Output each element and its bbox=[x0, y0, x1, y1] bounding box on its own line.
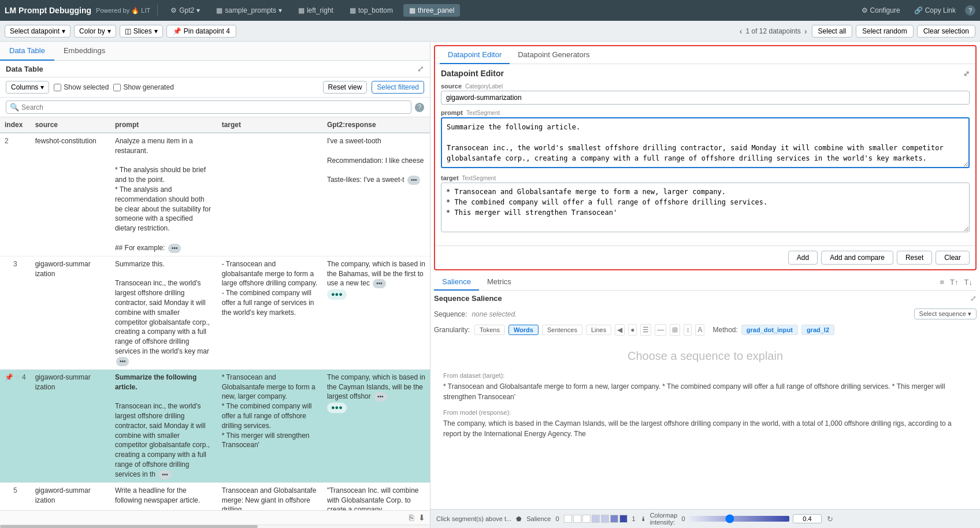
salience-icon: ⬟ bbox=[516, 515, 522, 523]
target-textarea[interactable]: * Transocean and Globalsantafe merge to … bbox=[441, 183, 970, 232]
model-icon: ⚙ bbox=[170, 6, 177, 14]
search-icon: 🔍 bbox=[10, 103, 19, 111]
prev-datapoint-button[interactable]: ‹ bbox=[738, 27, 744, 36]
cell-source: gigaword-summar ization bbox=[31, 369, 110, 482]
download-icon[interactable]: ⬇ bbox=[418, 513, 425, 522]
gran-decrease-icon[interactable]: ◀ bbox=[615, 324, 625, 336]
colormap-intensity-input[interactable] bbox=[793, 514, 822, 523]
select-filtered-button[interactable]: Select filtered bbox=[372, 81, 424, 94]
field-prompt-label: prompt TextSegment bbox=[441, 109, 970, 116]
font-increase-icon[interactable]: T↑ bbox=[948, 277, 960, 288]
equals-icon[interactable]: ≡ bbox=[938, 277, 946, 288]
method-grad-dot-button[interactable]: grad_dot_input bbox=[741, 325, 798, 335]
search-input[interactable] bbox=[21, 103, 407, 111]
copy-icon[interactable]: ⎘ bbox=[409, 513, 414, 522]
cell-target bbox=[217, 133, 322, 256]
nav-tab-left-right[interactable]: ▦ left_right bbox=[292, 4, 339, 17]
from-dataset-text[interactable]: * Transocean and Globalsantafe merge to … bbox=[443, 381, 967, 402]
font-decrease-icon[interactable]: T↓ bbox=[963, 277, 974, 288]
table-row[interactable]: 2 fewshot-constitution Analyze a menu it… bbox=[0, 133, 430, 256]
show-selected-checkbox[interactable]: Show selected bbox=[54, 83, 109, 91]
add-compare-button[interactable]: Add and compare bbox=[821, 251, 893, 265]
reset-button[interactable]: Reset bbox=[897, 251, 932, 265]
method-grad-l2-button[interactable]: grad_l2 bbox=[801, 325, 834, 335]
tab-datapoint-generators[interactable]: Datapoint Generators bbox=[510, 46, 597, 64]
nav-tab-sample-prompts[interactable]: ▦ sample_prompts ▾ bbox=[210, 4, 288, 17]
tab-embeddings[interactable]: Embeddings bbox=[54, 42, 114, 61]
select-all-button[interactable]: Select all bbox=[812, 25, 853, 38]
configure-button[interactable]: ⚙ Configure bbox=[857, 5, 905, 16]
gran-words-button[interactable]: Words bbox=[508, 325, 539, 335]
clear-selection-button[interactable]: Clear selection bbox=[917, 25, 975, 38]
field-target-label: target TextSegment bbox=[441, 174, 970, 181]
overflow-chip[interactable]: ••• bbox=[158, 470, 172, 479]
overflow-chip[interactable]: ••• bbox=[373, 279, 386, 288]
source-input[interactable] bbox=[441, 91, 970, 105]
field-prompt: prompt TextSegment Summarize the followi… bbox=[441, 109, 970, 170]
show-generated-checkbox[interactable]: Show generated bbox=[113, 83, 173, 91]
tab-data-table[interactable]: Data Table bbox=[0, 42, 54, 61]
tab-salience[interactable]: Salience bbox=[434, 274, 479, 291]
search-help-icon[interactable]: ? bbox=[415, 103, 424, 112]
overflow-chip[interactable]: ••• bbox=[168, 244, 181, 253]
select-datapoint-dropdown[interactable]: Select datapoint ▾ bbox=[5, 25, 70, 38]
select-sequence-button[interactable]: Select sequence ▾ bbox=[914, 308, 977, 319]
overflow-chip[interactable]: ••• bbox=[407, 176, 421, 185]
copy-link-button[interactable]: 🔗 Copy Link bbox=[910, 5, 960, 16]
overflow-chip[interactable]: ••• bbox=[374, 392, 387, 401]
minus-icon[interactable]: — bbox=[655, 324, 666, 336]
tab-datapoint-editor[interactable]: Datapoint Editor bbox=[440, 46, 510, 64]
score-box-1 bbox=[564, 515, 572, 523]
show-generated-input[interactable] bbox=[113, 84, 121, 91]
table-row[interactable]: 5 gigaword-summar ization Write a headli… bbox=[0, 482, 430, 510]
slices-dropdown[interactable]: ◫ Slices ▾ bbox=[120, 25, 163, 38]
left-panel: Data Table Embeddings Data Table ⤢ Colum… bbox=[0, 42, 430, 528]
overflow-chip[interactable]: ••• bbox=[116, 357, 129, 366]
response-chip: ●●● bbox=[327, 403, 347, 412]
sequence-label: Sequence: bbox=[434, 310, 467, 318]
nav-tab-three-panel[interactable]: ▦ three_panel bbox=[403, 4, 460, 17]
add-button[interactable]: Add bbox=[788, 251, 818, 265]
col-header-index: index bbox=[0, 117, 31, 133]
list-icon[interactable]: ☰ bbox=[640, 324, 651, 336]
expand-icon[interactable]: ⤢ bbox=[970, 294, 977, 303]
tab-metrics[interactable]: Metrics bbox=[479, 274, 519, 291]
col-header-source: source bbox=[31, 117, 110, 133]
gran-sentences-button[interactable]: Sentences bbox=[542, 325, 582, 335]
align-icon[interactable]: ↕ bbox=[684, 324, 692, 336]
gran-increase-icon[interactable]: ● bbox=[628, 324, 637, 336]
nav-tab-gpt2[interactable]: ⚙ Gpt2 ▾ bbox=[165, 4, 206, 17]
clear-button[interactable]: Clear bbox=[936, 251, 970, 265]
top-navigation: LM Prompt Debugging Powered by 🔥 LIT ⚙ G… bbox=[0, 0, 980, 21]
table-row[interactable]: 3 gigaword-summar ization Summarize this… bbox=[0, 256, 430, 369]
font-icon[interactable]: A bbox=[695, 324, 704, 336]
reset-view-button[interactable]: Reset view bbox=[323, 81, 368, 94]
toolbar-bar: Select datapoint ▾ Color by ▾ ◫ Slices ▾… bbox=[0, 21, 980, 42]
help-icon[interactable]: ? bbox=[965, 5, 975, 16]
sequence-row: Sequence: none selected. Select sequence… bbox=[434, 306, 977, 322]
gran-lines-button[interactable]: Lines bbox=[586, 325, 611, 335]
table-row[interactable]: 📌 ☆ 4 gigaword-summar ization Summarize … bbox=[0, 369, 430, 482]
show-selected-input[interactable] bbox=[54, 84, 61, 91]
salience-score-boxes bbox=[564, 515, 628, 523]
select-random-button[interactable]: Select random bbox=[856, 25, 913, 38]
pin-datapoint-button[interactable]: 📌 Pin datapoint 4 bbox=[166, 25, 236, 38]
expand-icon[interactable]: ⤢ bbox=[417, 64, 424, 73]
columns-button[interactable]: Columns ▾ bbox=[6, 81, 49, 94]
expand-icon[interactable]: ⤢ bbox=[963, 69, 970, 78]
colormap-slider[interactable] bbox=[689, 516, 789, 522]
powered-by: Powered by 🔥 LIT bbox=[96, 7, 150, 14]
cell-prompt: Summarize the following article. Transoc… bbox=[110, 369, 217, 482]
cell-prompt: Summarize this. Transocean inc., the wor… bbox=[110, 256, 217, 369]
score-box-7 bbox=[619, 515, 628, 523]
granularity-label: Granularity: bbox=[434, 326, 470, 334]
refresh-icon[interactable]: ↻ bbox=[825, 514, 835, 525]
color-by-dropdown[interactable]: Color by ▾ bbox=[74, 25, 116, 38]
next-datapoint-button[interactable]: › bbox=[803, 27, 808, 36]
gran-tokens-button[interactable]: Tokens bbox=[474, 325, 505, 335]
prompt-textarea[interactable]: Summarize the following article. Transoc… bbox=[441, 117, 970, 168]
from-model-text[interactable]: The company, which is based in the Cayma… bbox=[443, 418, 967, 439]
nav-tab-top-bottom[interactable]: ▦ top_bottom bbox=[344, 4, 399, 17]
grid-icon[interactable]: ⊞ bbox=[670, 324, 680, 336]
score-box-4 bbox=[592, 515, 600, 523]
